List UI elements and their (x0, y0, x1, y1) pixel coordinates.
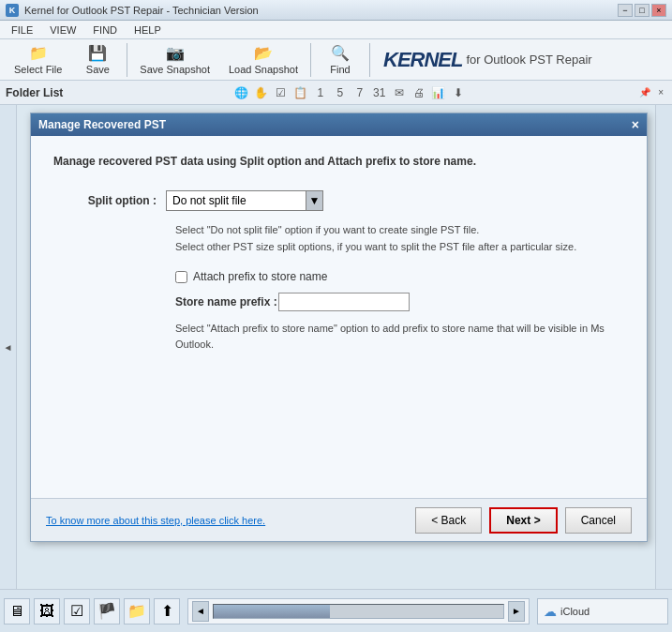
dialog-title: Manage Recovered PST (38, 118, 166, 131)
split-dropdown[interactable]: Do not split file ▼ (166, 190, 323, 211)
dialog-body: Manage recovered PST data using Split op… (31, 136, 647, 541)
content-area: Manage Recovered PST × Manage recovered … (17, 105, 655, 589)
save-button[interactable]: 💾 Save (72, 42, 123, 78)
dialog-buttons: < Back Next > Cancel (415, 507, 632, 534)
email-icon[interactable]: ✉ (391, 84, 408, 101)
progress-right-arrow[interactable]: ► (508, 601, 525, 622)
num31-icon[interactable]: 31 (371, 84, 388, 101)
close-button[interactable]: × (651, 4, 666, 17)
minimize-button[interactable]: − (618, 4, 633, 17)
title-text: Kernel for Outlook PST Repair - Technici… (24, 5, 259, 16)
prefix-help-text: Select "Attach prefix to store name" opt… (175, 321, 624, 352)
left-panel: ◄ (0, 105, 17, 589)
secondary-toolbar: Folder List 🌐 ✋ ☑ 📋 1 5 7 31 ✉ 🖨 📊 ⬇ 📌 × (0, 81, 672, 105)
split-help-text: Select "Do not split file" option if you… (175, 222, 624, 255)
split-dropdown-arrow[interactable]: ▼ (306, 190, 323, 211)
check-icon[interactable]: ☑ (273, 84, 290, 101)
num5-icon[interactable]: 5 (332, 84, 349, 101)
toolbar: 📁 Select File 💾 Save 📷 Save Snapshot 📂 L… (0, 39, 672, 81)
dialog-bottom-bar: To know more about this step, please cli… (31, 498, 647, 541)
help-link[interactable]: To know more about this step, please cli… (46, 515, 265, 526)
split-option-row: Split option : Do not split file ▼ (53, 190, 624, 211)
manage-recovered-pst-dialog: Manage Recovered PST × Manage recovered … (30, 113, 648, 542)
maximize-button[interactable]: □ (635, 4, 650, 17)
next-button[interactable]: Next > (489, 507, 557, 534)
icloud-section: ☁ iCloud (537, 598, 668, 624)
save-snapshot-icon: 📷 (165, 44, 186, 62)
icloud-icon: ☁ (544, 604, 557, 619)
folder-list-label: Folder List (6, 86, 63, 99)
image-icon[interactable]: 🖼 (34, 598, 60, 624)
menu-file[interactable]: FILE (4, 23, 40, 38)
chart-icon[interactable]: 📊 (430, 84, 447, 101)
load-snapshot-button[interactable]: 📂 Load Snapshot (220, 42, 306, 78)
web-icon[interactable]: 🌐 (233, 84, 250, 101)
app-icon: K (6, 4, 19, 17)
title-controls: − □ × (618, 4, 666, 17)
select-file-icon: 📁 (28, 44, 49, 62)
icloud-label: iCloud (560, 606, 590, 617)
load-snapshot-icon: 📂 (253, 44, 274, 62)
toolbar-separator-2 (310, 43, 311, 77)
copy-icon[interactable]: 📋 (292, 84, 309, 101)
save-snapshot-button[interactable]: 📷 Save Snapshot (131, 42, 218, 78)
dialog-description: Manage recovered PST data using Split op… (53, 155, 624, 168)
print-icon[interactable]: 🖨 (411, 84, 427, 101)
num1-icon[interactable]: 1 (312, 84, 329, 101)
folder-icon[interactable]: 📁 (124, 598, 150, 624)
save-icon: 💾 (87, 44, 108, 62)
find-button[interactable]: 🔍 Find (315, 42, 366, 78)
upload-icon[interactable]: ⬆ (154, 598, 180, 624)
menu-bar: FILE VIEW FIND HELP (0, 21, 672, 39)
toolbar-separator-1 (127, 43, 127, 77)
store-name-row: Store name prefix : (175, 293, 624, 311)
flag-icon[interactable]: 🏴 (94, 598, 120, 624)
split-option-label: Split option : (53, 194, 166, 207)
monitor-icon[interactable]: 🖥 (4, 598, 30, 624)
progress-track: ◄ ► (188, 601, 529, 622)
download-icon[interactable]: ⬇ (450, 84, 467, 101)
checkbox-icon[interactable]: ☑ (64, 598, 90, 624)
status-bar: 🖥 🖼 ☑ 🏴 📁 ⬆ ◄ ► ☁ iCloud (0, 589, 672, 632)
kernel-logo: KERNEL for Outlook PST Repair (383, 48, 592, 72)
progress-left-arrow[interactable]: ◄ (192, 601, 209, 622)
menu-find[interactable]: FIND (85, 23, 125, 38)
store-name-prefix-label: Store name prefix : (175, 295, 278, 308)
progress-bar-area: ◄ ► (187, 598, 530, 624)
title-bar: K Kernel for Outlook PST Repair - Techni… (0, 0, 672, 21)
dialog-close-button[interactable]: × (632, 117, 639, 132)
cancel-button[interactable]: Cancel (565, 507, 632, 534)
select-file-button[interactable]: 📁 Select File (6, 42, 70, 78)
store-name-input[interactable] (278, 293, 410, 311)
attach-prefix-label: Attach prefix to store name (193, 270, 327, 283)
pin-icon[interactable]: 📌 (636, 86, 653, 98)
main-area: ◄ Manage Recovered PST × Manage recovere… (0, 105, 672, 589)
attach-prefix-row: Attach prefix to store name (175, 270, 624, 283)
split-dropdown-value[interactable]: Do not split file (166, 190, 306, 211)
menu-view[interactable]: VIEW (42, 23, 83, 38)
progress-fill-container (213, 604, 504, 619)
toolbar-separator-3 (369, 43, 370, 77)
docking-controls: 📌 × (636, 86, 666, 98)
dialog-title-bar: Manage Recovered PST × (31, 113, 647, 136)
num7-icon[interactable]: 7 (351, 84, 368, 101)
hand-icon[interactable]: ✋ (253, 84, 270, 101)
panel-close-icon[interactable]: × (655, 86, 666, 98)
find-icon: 🔍 (330, 44, 351, 62)
secondary-icons: 🌐 ✋ ☑ 📋 1 5 7 31 ✉ 🖨 📊 ⬇ (233, 84, 467, 101)
progress-fill (214, 605, 330, 618)
back-button[interactable]: < Back (415, 507, 482, 534)
right-panel (655, 105, 672, 589)
menu-help[interactable]: HELP (127, 23, 169, 38)
left-arrow-icon[interactable]: ◄ (4, 342, 13, 353)
attach-prefix-checkbox[interactable] (175, 271, 187, 283)
